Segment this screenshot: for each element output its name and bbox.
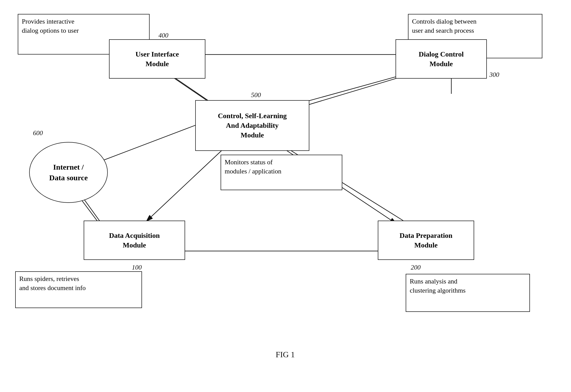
dialog-module-box: Dialog Control Module	[396, 39, 487, 79]
label-500: 500	[251, 91, 261, 99]
diagram: Provides interactive dialog options to u…	[0, 0, 571, 392]
label-300: 300	[489, 71, 499, 79]
svg-line-8	[147, 142, 231, 221]
control-annotation-text: Monitors status of modules / application	[225, 158, 281, 175]
ui-module-box: User Interface Module	[109, 39, 205, 79]
control-module-box: Control, Self-Learning And Adaptability …	[195, 100, 309, 151]
data-prep-module-box: Data Preparation Module	[378, 221, 474, 260]
label-200: 200	[411, 264, 421, 271]
internet-ellipse: Internet / Data source	[29, 142, 108, 203]
label-100: 100	[132, 264, 142, 271]
ui-annotation-text: Provides interactive dialog options to u…	[22, 18, 79, 34]
label-400: 400	[158, 32, 168, 39]
data-prep-annotation-text: Runs analysis and clustering algorithms	[410, 278, 466, 294]
dialog-module-label: Dialog Control Module	[419, 49, 464, 69]
control-module-label: Control, Self-Learning And Adaptability …	[218, 111, 287, 140]
internet-label: Internet / Data source	[49, 162, 88, 183]
ui-module-label: User Interface Module	[135, 49, 179, 69]
data-acq-module-label: Data Acquisition Module	[109, 231, 160, 250]
dialog-annotation-text: Controls dialog between user and search …	[412, 18, 476, 34]
data-acq-annotation-box: Runs spiders, retrieves and stores docum…	[15, 271, 142, 308]
data-acq-annotation-text: Runs spiders, retrieves and stores docum…	[19, 275, 86, 292]
data-prep-annotation-box: Runs analysis and clustering algorithms	[406, 274, 530, 312]
figure-caption: FIG 1	[241, 350, 330, 359]
data-acq-module-box: Data Acquisition Module	[84, 221, 185, 260]
data-prep-module-label: Data Preparation Module	[400, 231, 453, 250]
label-600: 600	[33, 129, 43, 137]
control-annotation-box: Monitors status of modules / application	[221, 155, 342, 190]
